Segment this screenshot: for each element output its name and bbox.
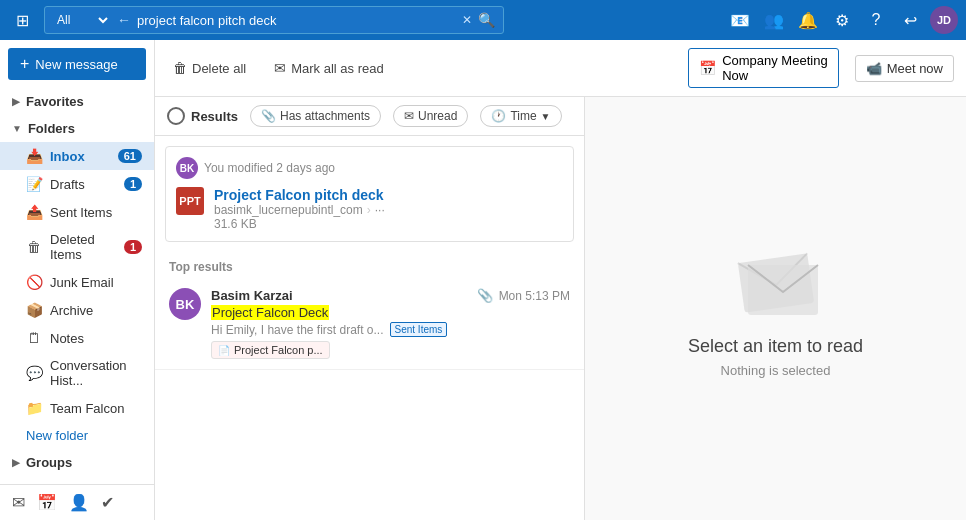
file-from: basimk_lucernepubintl_com › ··· — [214, 203, 563, 217]
favorites-section-header[interactable]: ▶ Favorites — [0, 88, 154, 115]
search-category-select[interactable]: All Mail People — [53, 12, 111, 28]
notes-icon: 🗒 — [26, 330, 42, 346]
time-filter[interactable]: 🕐 Time ▼ — [480, 105, 561, 127]
empty-state-illustration — [726, 240, 826, 320]
has-attachments-label: Has attachments — [280, 109, 370, 123]
new-message-button[interactable]: + New message — [8, 48, 146, 80]
deleted-icon: 🗑 — [26, 239, 42, 255]
unread-filter[interactable]: ✉ Unread — [393, 105, 468, 127]
new-folder-link[interactable]: New folder — [0, 422, 154, 449]
search-submit-icon[interactable]: 🔍 — [478, 12, 495, 28]
drafts-badge: 1 — [124, 177, 142, 191]
reading-pane-subtitle: Nothing is selected — [721, 363, 831, 378]
sidebar-item-conv-hist[interactable]: 💬 Conversation Hist... — [0, 352, 154, 394]
email-preview: Hi Emily, I have the first draft o... Se… — [211, 322, 570, 337]
time-filter-icon: 🕐 — [491, 109, 506, 123]
bell-icon[interactable]: 🔔 — [794, 6, 822, 34]
groups-chevron-icon: ▶ — [12, 457, 20, 468]
attachment-pill[interactable]: 📄 Project Falcon p... — [211, 341, 330, 359]
teams-icon[interactable]: 👥 — [760, 6, 788, 34]
new-message-label: New message — [35, 57, 117, 72]
drafts-label: Drafts — [50, 177, 116, 192]
search-clear-icon[interactable]: ✕ — [462, 13, 472, 27]
groups-label: Groups — [26, 455, 72, 470]
tasks-bottom-icon[interactable]: ✔ — [101, 493, 114, 512]
meeting-badge[interactable]: 📅 Company Meeting Now — [688, 48, 839, 88]
folders-label: Folders — [28, 121, 75, 136]
top-results-header: Top results — [155, 252, 584, 278]
folders-section-header[interactable]: ▼ Folders — [0, 115, 154, 142]
sidebar-item-drafts[interactable]: 📝 Drafts 1 — [0, 170, 154, 198]
meet-now-label: Meet now — [887, 61, 943, 76]
file-info: Project Falcon pitch deck basimk_lucerne… — [214, 187, 563, 231]
inbox-badge: 61 — [118, 149, 142, 163]
email-result-item[interactable]: BK Basim Karzai 📎 Mon 5:13 PM Project Fa… — [155, 278, 584, 370]
sidebar: + New message ▶ Favorites ▼ Folders 📥 In… — [0, 40, 155, 520]
file-type-label: PPT — [179, 195, 200, 207]
feedback-icon[interactable]: ↩ — [896, 6, 924, 34]
favorites-label: Favorites — [26, 94, 84, 109]
folders-chevron-icon: ▼ — [12, 123, 22, 134]
top-bar: ⊞ All Mail People ← ✕ 🔍 📧 👥 🔔 ⚙ ? ↩ JD — [0, 0, 966, 40]
new-folder-label: New folder — [26, 428, 88, 443]
meeting-badge-text: Company Meeting Now — [722, 53, 828, 83]
app-grid-button[interactable]: ⊞ — [8, 6, 36, 34]
sidebar-item-team-falcon[interactable]: 📁 Team Falcon — [0, 394, 154, 422]
recent-avatar: BK — [176, 157, 198, 179]
toolbar: 🗑 Delete all ✉ Mark all as read 📅 Compan… — [155, 40, 966, 97]
delete-all-label: Delete all — [192, 61, 246, 76]
junk-icon: 🚫 — [26, 274, 42, 290]
has-attachments-filter[interactable]: 📎 Has attachments — [250, 105, 381, 127]
time-chevron-icon: ▼ — [541, 111, 551, 122]
file-more-button[interactable]: ··· — [375, 203, 385, 217]
sidebar-item-notes[interactable]: 🗒 Notes — [0, 324, 154, 352]
sidebar-item-junk[interactable]: 🚫 Junk Email — [0, 268, 154, 296]
archive-label: Archive — [50, 303, 142, 318]
user-avatar[interactable]: JD — [930, 6, 958, 34]
search-input[interactable] — [137, 13, 456, 28]
results-label: Results — [191, 109, 238, 124]
contacts-bottom-icon[interactable]: 👤 — [69, 493, 89, 512]
sidebar-item-sent[interactable]: 📤 Sent Items — [0, 198, 154, 226]
inbox-icon: 📥 — [26, 148, 42, 164]
results-circle-icon — [167, 107, 185, 125]
delete-icon: 🗑 — [173, 60, 187, 76]
meet-now-button[interactable]: 📹 Meet now — [855, 55, 954, 82]
sidebar-bottom-bar: ✉ 📅 👤 ✔ — [0, 484, 154, 520]
outlook-icon[interactable]: 📧 — [726, 6, 754, 34]
recent-meta-text: You modified 2 days ago — [204, 161, 335, 175]
meeting-calendar-icon: 📅 — [699, 60, 716, 76]
settings-icon[interactable]: ⚙ — [828, 6, 856, 34]
content-area: 🗑 Delete all ✉ Mark all as read 📅 Compan… — [155, 40, 966, 520]
team-falcon-icon: 📁 — [26, 400, 42, 416]
delete-all-button[interactable]: 🗑 Delete all — [167, 57, 252, 79]
sidebar-item-inbox[interactable]: 📥 Inbox 61 — [0, 142, 154, 170]
search-back-button[interactable]: ← — [117, 12, 131, 28]
groups-section-header[interactable]: ▶ Groups — [0, 449, 154, 476]
meeting-title: Company Meeting — [722, 53, 828, 68]
sidebar-item-archive[interactable]: 📦 Archive — [0, 296, 154, 324]
team-falcon-label: Team Falcon — [50, 401, 142, 416]
filter-bar: Results 📎 Has attachments ✉ Unread 🕐 Tim… — [155, 97, 584, 136]
sidebar-item-deleted[interactable]: 🗑 Deleted Items 1 — [0, 226, 154, 268]
mark-read-button[interactable]: ✉ Mark all as read — [268, 57, 389, 79]
email-content: Basim Karzai 📎 Mon 5:13 PM Project Falco… — [211, 288, 570, 359]
mail-bottom-icon[interactable]: ✉ — [12, 493, 25, 512]
email-header: Basim Karzai 📎 Mon 5:13 PM — [211, 288, 570, 303]
search-box: All Mail People ← ✕ 🔍 — [44, 6, 504, 34]
attachment-filter-icon: 📎 — [261, 109, 276, 123]
results-filter: Results — [167, 107, 238, 125]
conv-hist-icon: 💬 — [26, 365, 42, 381]
reading-pane: Select an item to read Nothing is select… — [585, 97, 966, 520]
favorites-chevron-icon: ▶ — [12, 96, 20, 107]
recent-result-card[interactable]: BK You modified 2 days ago PPT Project F… — [165, 146, 574, 242]
help-icon[interactable]: ? — [862, 6, 890, 34]
mark-read-label: Mark all as read — [291, 61, 383, 76]
file-size: 31.6 KB — [214, 217, 563, 231]
attachment-name: Project Falcon p... — [234, 344, 323, 356]
conv-hist-label: Conversation Hist... — [50, 358, 142, 388]
email-subject: Project Falcon Deck — [211, 305, 570, 320]
calendar-bottom-icon[interactable]: 📅 — [37, 493, 57, 512]
email-time: Mon 5:13 PM — [499, 289, 570, 303]
inbox-label: Inbox — [50, 149, 110, 164]
